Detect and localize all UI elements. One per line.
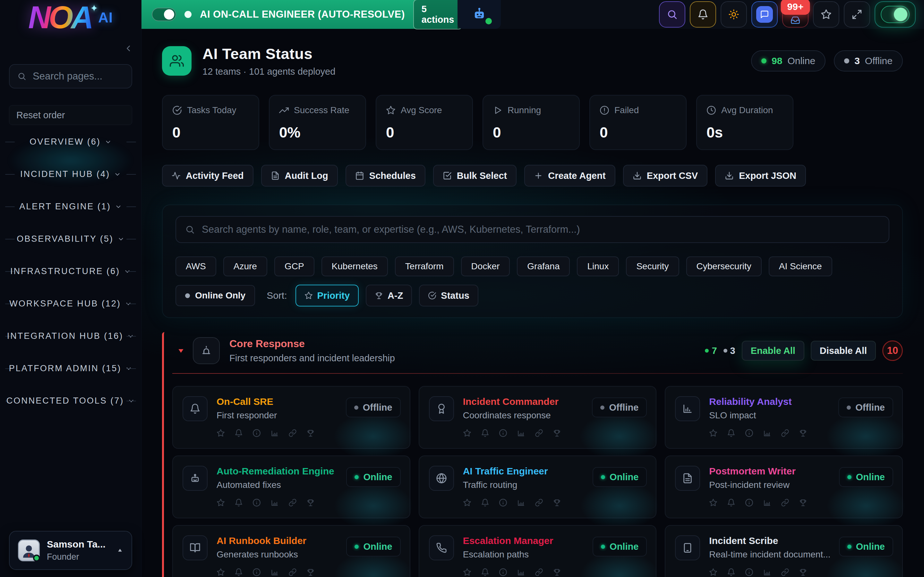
bar-chart-icon[interactable] — [517, 429, 525, 437]
reset-order-button[interactable]: Reset order — [9, 105, 132, 125]
agent-card[interactable]: On-Call SRE First responder Offline — [172, 386, 410, 449]
action-button[interactable]: Activity Feed — [162, 165, 254, 187]
agent-status-badge[interactable]: Offline — [592, 398, 647, 417]
link-icon[interactable] — [288, 568, 297, 576]
agent-status-badge[interactable]: Online — [593, 467, 647, 487]
sidebar-nav-item[interactable]: ALERT ENGINE (1) — [0, 190, 141, 223]
link-icon[interactable] — [781, 498, 789, 507]
trophy-icon[interactable] — [306, 429, 315, 437]
action-button[interactable]: Export JSON — [715, 165, 806, 187]
enable-all-button[interactable]: Enable All — [742, 341, 804, 361]
link-icon[interactable] — [535, 429, 543, 437]
action-button[interactable]: Schedules — [346, 165, 425, 187]
star-icon[interactable] — [709, 568, 717, 576]
search-button[interactable] — [659, 1, 685, 27]
chat-button[interactable] — [751, 1, 778, 27]
triangle-down-icon[interactable] — [177, 347, 185, 355]
link-icon[interactable] — [535, 498, 543, 507]
info-icon[interactable] — [499, 429, 507, 437]
agent-card[interactable]: Auto-Remediation Engine Automated fixes … — [172, 456, 410, 518]
bell-icon[interactable] — [481, 429, 489, 437]
bar-chart-icon[interactable] — [517, 568, 525, 576]
agent-status-badge[interactable]: Online — [346, 467, 401, 487]
trophy-icon[interactable] — [553, 498, 561, 507]
agent-card[interactable]: Reliability Analyst SLO impact Offline — [665, 386, 903, 449]
star-icon[interactable] — [709, 498, 717, 507]
trophy-icon[interactable] — [306, 498, 315, 507]
sort-option[interactable]: Priority — [296, 285, 359, 306]
info-icon[interactable] — [252, 498, 261, 507]
link-icon[interactable] — [288, 498, 297, 507]
bell-icon[interactable] — [727, 568, 735, 576]
sidebar-nav-item[interactable]: PLATFORM ADMIN (15) — [0, 352, 141, 385]
link-icon[interactable] — [781, 429, 789, 437]
bar-chart-icon[interactable] — [270, 429, 279, 437]
oncall-toggle[interactable] — [152, 8, 176, 21]
sidebar-nav-item[interactable]: OVERVIEW (6) — [0, 126, 141, 158]
sidebar-nav-item[interactable]: INCIDENT HUB (4) — [0, 158, 141, 190]
bell-icon[interactable] — [727, 429, 735, 437]
bell-icon[interactable] — [234, 429, 243, 437]
sidebar-search-input[interactable] — [32, 70, 124, 82]
agent-card[interactable]: Postmortem Writer Post-incident review O… — [665, 456, 903, 518]
actions-count-badge[interactable]: 5 actions — [413, 0, 463, 29]
filter-chip[interactable]: Security — [626, 256, 679, 276]
agent-card[interactable]: Incident Scribe Real-time incident docum… — [665, 525, 903, 577]
theme-toggle-button[interactable] — [720, 1, 747, 27]
info-icon[interactable] — [745, 498, 753, 507]
sort-option[interactable]: A-Z — [366, 285, 412, 306]
sidebar-nav-item[interactable]: WORKSPACE HUB (12) — [0, 287, 141, 320]
agent-status-badge[interactable]: Offline — [838, 398, 893, 417]
trophy-icon[interactable] — [306, 568, 315, 576]
online-only-toggle[interactable]: Online Only — [176, 285, 255, 306]
link-icon[interactable] — [288, 429, 297, 437]
agent-card[interactable]: AI Runbook Builder Generates runbooks On… — [172, 525, 410, 577]
filter-chip[interactable]: AI Science — [769, 256, 832, 276]
favorites-button[interactable] — [813, 1, 839, 27]
link-icon[interactable] — [535, 568, 543, 576]
trophy-icon[interactable] — [553, 429, 561, 437]
filter-chip[interactable]: Terraform — [395, 256, 454, 276]
bell-icon[interactable] — [234, 568, 243, 576]
link-icon[interactable] — [781, 568, 789, 576]
agent-status-badge[interactable]: Offline — [346, 398, 401, 417]
star-icon[interactable] — [216, 498, 225, 507]
filter-chip[interactable]: Docker — [461, 256, 510, 276]
agent-card[interactable]: Incident Commander Coordinates response … — [419, 386, 657, 449]
star-icon[interactable] — [463, 498, 471, 507]
agent-status-badge[interactable]: Online — [839, 467, 893, 487]
agent-search-input[interactable] — [201, 223, 880, 235]
trophy-icon[interactable] — [799, 498, 807, 507]
info-icon[interactable] — [745, 429, 753, 437]
sidebar-collapse-button[interactable] — [123, 43, 134, 55]
bar-chart-icon[interactable] — [270, 568, 279, 576]
app-logo[interactable]: NOA ✦ AI — [0, 0, 141, 39]
sidebar-nav-item[interactable]: INFRASTRUCTURE (6) — [0, 255, 141, 287]
info-icon[interactable] — [499, 568, 507, 576]
agent-status-badge[interactable]: Online — [346, 537, 401, 556]
bell-icon[interactable] — [481, 498, 489, 507]
trophy-icon[interactable] — [799, 568, 807, 576]
star-icon[interactable] — [463, 429, 471, 437]
notifications-button[interactable] — [690, 1, 716, 27]
bar-chart-icon[interactable] — [763, 498, 771, 507]
star-icon[interactable] — [216, 429, 225, 437]
bar-chart-icon[interactable] — [270, 498, 279, 507]
action-button[interactable]: Audit Log — [261, 165, 338, 187]
star-icon[interactable] — [463, 568, 471, 576]
trophy-icon[interactable] — [553, 568, 561, 576]
bar-chart-icon[interactable] — [763, 568, 771, 576]
filter-chip[interactable]: Kubernetes — [321, 256, 388, 276]
agent-card[interactable]: AI Traffic Engineer Traffic routing Onli… — [419, 456, 657, 518]
sidebar-nav-item[interactable]: INTEGRATION HUB (16) — [0, 320, 141, 352]
inbox-button[interactable]: 99+ — [782, 1, 809, 27]
assistant-robot-button[interactable] — [457, 0, 501, 29]
action-button[interactable]: Create Agent — [524, 165, 615, 187]
filter-chip[interactable]: GCP — [274, 256, 314, 276]
info-icon[interactable] — [499, 498, 507, 507]
filter-chip[interactable]: Linux — [577, 256, 619, 276]
sort-option[interactable]: Status — [419, 285, 478, 306]
sidebar-nav-item[interactable]: CONNECTED TOOLS (7) — [0, 385, 141, 417]
agent-card[interactable]: Escalation Manager Escalation paths Onli… — [419, 525, 657, 577]
fullscreen-button[interactable] — [844, 1, 870, 27]
